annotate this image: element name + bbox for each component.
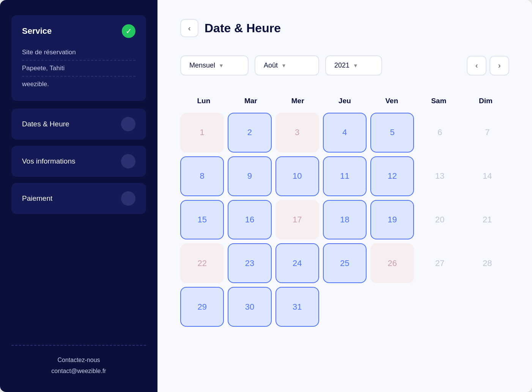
calendar-controls: Mensuel ▾ Août ▾ 2021 ▾ ‹ ›: [180, 55, 509, 76]
calendar-grid: LunMarMerJeuVenSamDim 123456789101112131…: [180, 94, 509, 327]
calendar-day-empty: [418, 287, 461, 327]
calendar-day-15[interactable]: 15: [180, 200, 224, 240]
calendar-day-14: 14: [466, 156, 509, 196]
toggle-paiement: [121, 191, 135, 206]
calendar-week-row: 891011121314: [180, 156, 509, 196]
chevron-down-icon: ▾: [220, 62, 223, 69]
calendar-day-header: Dim: [462, 94, 509, 108]
calendar-day-header: Jeu: [321, 94, 368, 108]
calendar-day-9[interactable]: 9: [228, 156, 271, 196]
calendar-day-header: Mar: [227, 94, 274, 108]
calendar-day-3: 3: [275, 113, 319, 153]
sidebar-item-paiement[interactable]: Paiement: [11, 183, 146, 214]
calendar-day-24[interactable]: 24: [275, 243, 319, 283]
calendar-day-header: Sam: [415, 94, 462, 108]
next-month-button[interactable]: ›: [490, 56, 509, 76]
calendar-day-17: 17: [275, 200, 319, 240]
service-header: Service ✓: [22, 24, 135, 38]
service-item-brand: weezible.: [22, 77, 135, 92]
page-title: Date & Heure: [205, 21, 281, 35]
calendar-day-6: 6: [418, 113, 461, 153]
calendar-day-22: 22: [180, 243, 224, 283]
calendar-day-8[interactable]: 8: [180, 156, 224, 196]
sidebar-contact: Contactez-nous contact@weezible.fr: [11, 355, 146, 377]
sidebar-item-dates-heure[interactable]: Dates & Heure: [11, 109, 146, 140]
calendar-day-23[interactable]: 23: [228, 243, 271, 283]
toggle-dates-heure: [121, 117, 135, 131]
page-header: ‹ Date & Heure: [180, 19, 509, 37]
calendar-day-empty: [370, 287, 414, 327]
calendar-day-29[interactable]: 29: [180, 287, 224, 327]
back-button[interactable]: ‹: [180, 19, 198, 37]
calendar-header-row: LunMarMerJeuVenSamDim: [180, 94, 509, 108]
calendar-day-5[interactable]: 5: [370, 113, 414, 153]
prev-month-button[interactable]: ‹: [467, 56, 486, 76]
main-content: ‹ Date & Heure Mensuel ▾ Août ▾ 2021 ▾ ‹…: [157, 0, 532, 392]
calendar-day-empty: [323, 287, 367, 327]
calendar-week-row: 293031: [180, 287, 509, 327]
check-icon: ✓: [122, 24, 135, 38]
nav-arrows: ‹ ›: [467, 56, 509, 76]
calendar-day-28: 28: [466, 243, 509, 283]
calendar-day-13: 13: [418, 156, 461, 196]
calendar-day-20: 20: [418, 200, 461, 240]
footer-divider: [11, 345, 146, 346]
service-title: Service: [22, 26, 52, 36]
calendar-day-empty: [466, 287, 509, 327]
calendar-day-2[interactable]: 2: [228, 113, 271, 153]
calendar-day-7: 7: [466, 113, 509, 153]
app-container: Service ✓ Site de réservation Papeete, T…: [0, 0, 532, 392]
calendar-day-25[interactable]: 25: [323, 243, 367, 283]
calendar-body: 1234567891011121314151617181920212223242…: [180, 113, 509, 327]
chevron-down-icon: ▾: [354, 62, 357, 69]
toggle-vos-informations: [121, 154, 135, 168]
calendar-day-1: 1: [180, 113, 224, 153]
sidebar-footer: Contactez-nous contact@weezible.fr: [11, 330, 146, 377]
calendar-day-header: Mer: [274, 94, 321, 108]
calendar-day-27: 27: [418, 243, 461, 283]
calendar-day-18[interactable]: 18: [323, 200, 367, 240]
calendar-day-30[interactable]: 30: [228, 287, 271, 327]
sidebar: Service ✓ Site de réservation Papeete, T…: [0, 0, 157, 392]
calendar-day-header: Lun: [180, 94, 227, 108]
chevron-down-icon: ▾: [282, 62, 285, 69]
month-dropdown[interactable]: Août ▾: [255, 55, 319, 76]
service-item-location: Papeete, Tahiti: [22, 61, 135, 77]
calendar-week-row: 22232425262728: [180, 243, 509, 283]
calendar-day-4[interactable]: 4: [323, 113, 367, 153]
year-dropdown[interactable]: 2021 ▾: [325, 55, 382, 76]
calendar-day-10[interactable]: 10: [275, 156, 319, 196]
calendar-week-row: 1234567: [180, 113, 509, 153]
calendar-day-21: 21: [466, 200, 509, 240]
service-item-reservation: Site de réservation: [22, 45, 135, 61]
service-card: Service ✓ Site de réservation Papeete, T…: [11, 15, 146, 101]
view-dropdown[interactable]: Mensuel ▾: [180, 55, 249, 76]
sidebar-item-vos-informations[interactable]: Vos informations: [11, 146, 146, 177]
calendar-day-header: Ven: [368, 94, 415, 108]
calendar-day-16[interactable]: 16: [228, 200, 271, 240]
calendar-day-11[interactable]: 11: [323, 156, 367, 196]
calendar-week-row: 15161718192021: [180, 200, 509, 240]
calendar-day-12[interactable]: 12: [370, 156, 414, 196]
calendar-day-19[interactable]: 19: [370, 200, 414, 240]
calendar-day-26: 26: [370, 243, 414, 283]
calendar-day-31[interactable]: 31: [275, 287, 319, 327]
